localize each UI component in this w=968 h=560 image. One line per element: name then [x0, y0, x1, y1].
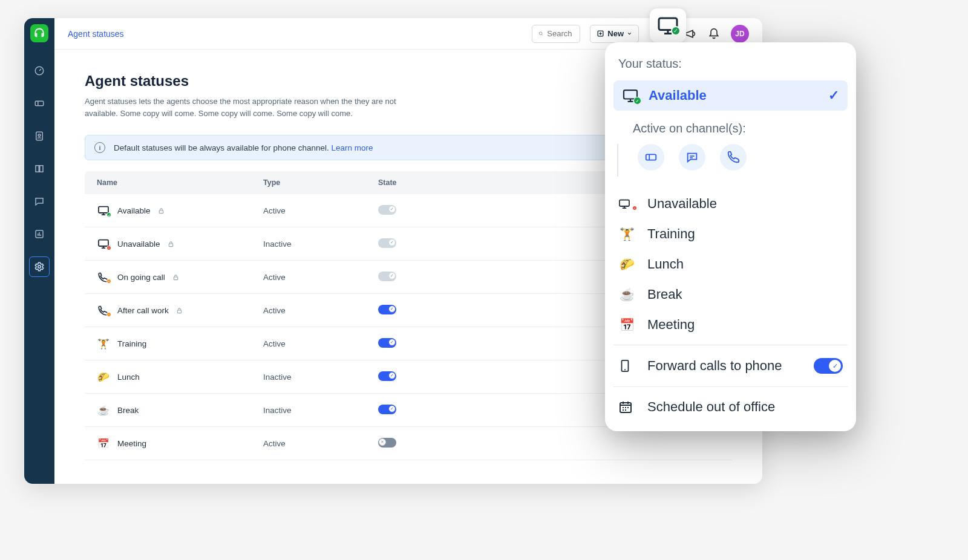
status-type: Active: [263, 273, 378, 282]
svg-rect-17: [620, 200, 629, 206]
state-toggle[interactable]: ✓: [378, 305, 396, 314]
nav-contacts-icon[interactable]: [29, 126, 50, 146]
status-option-icon: 🏋️: [618, 227, 635, 241]
state-toggle[interactable]: ✓: [378, 338, 396, 348]
state-toggle[interactable]: ✕: [378, 438, 396, 448]
status-option[interactable]: ☕ Break: [613, 279, 848, 310]
new-button[interactable]: New: [590, 25, 639, 43]
search-field[interactable]: [547, 29, 574, 38]
nav-dashboard-icon[interactable]: [29, 60, 50, 81]
new-button-label: New: [607, 29, 624, 38]
channel-chat-icon[interactable]: [679, 144, 705, 171]
status-type: Active: [263, 439, 378, 448]
popup-title: Your status:: [613, 57, 848, 71]
svg-rect-10: [99, 240, 108, 246]
status-option-label: Unavailable: [647, 196, 717, 212]
state-toggle[interactable]: ✓: [378, 405, 396, 414]
status-icon: ✓: [97, 204, 110, 217]
status-name: Unavailable: [117, 239, 160, 249]
state-toggle[interactable]: ✓: [378, 371, 396, 381]
status-popup: Your status: ✓ Available ✓ Active on cha…: [605, 42, 856, 431]
calendar-icon: [618, 400, 635, 414]
current-status-label: Available: [649, 88, 707, 103]
status-option-label: Lunch: [647, 256, 684, 272]
status-name: Lunch: [117, 373, 140, 382]
brand-logo: [30, 24, 48, 42]
status-option[interactable]: • Unavailable: [613, 189, 848, 219]
status-icon: 🏋️: [97, 337, 110, 350]
search-input[interactable]: [532, 25, 580, 43]
page-description: Agent statuses lets the agents choose th…: [85, 96, 424, 119]
svg-rect-9: [159, 210, 163, 213]
svg-rect-1: [35, 101, 44, 106]
status-name: On going call: [117, 273, 165, 282]
status-option[interactable]: 🌮 Lunch: [613, 249, 848, 279]
status-icon: •: [97, 237, 110, 250]
lock-icon: [168, 241, 174, 247]
status-type: Active: [263, 306, 378, 315]
nav-chat-icon[interactable]: [29, 191, 50, 212]
table-row[interactable]: 📅 Meeting Active ✕: [85, 427, 732, 460]
status-type: Active: [263, 339, 378, 348]
status-option-label: Meeting: [647, 317, 695, 333]
status-name: Training: [117, 339, 146, 348]
state-toggle[interactable]: ✓: [378, 205, 396, 215]
svg-point-3: [38, 134, 41, 137]
lock-icon: [172, 274, 179, 281]
status-option-icon: ☕: [618, 287, 635, 302]
nav-knowledge-icon[interactable]: [29, 158, 50, 179]
channel-phone-icon[interactable]: [720, 144, 747, 171]
status-option[interactable]: 🏋️ Training: [613, 219, 848, 249]
state-toggle[interactable]: ✓: [378, 238, 396, 248]
status-option[interactable]: 📅 Meeting: [613, 310, 848, 340]
status-option-icon: 🌮: [618, 257, 635, 272]
info-icon: i: [94, 142, 105, 153]
status-option-label: Training: [647, 226, 695, 242]
learn-more-link[interactable]: Learn more: [331, 143, 373, 152]
status-option-label: Break: [647, 287, 682, 302]
schedule-ooo-row[interactable]: Schedule out of office: [613, 392, 848, 422]
phone-device-icon: [618, 357, 635, 374]
col-name: Name: [97, 178, 263, 187]
info-banner-text: Default statuses will be always availabl…: [114, 143, 373, 152]
channels-label: Active on channel(s):: [613, 122, 848, 135]
schedule-ooo-label: Schedule out of office: [647, 399, 775, 415]
status-icon: ☕: [97, 403, 110, 417]
status-name: Break: [117, 406, 139, 415]
status-indicator-button[interactable]: ✓: [650, 8, 686, 42]
status-icon: 📅: [97, 437, 110, 450]
svg-rect-16: [646, 154, 656, 160]
status-icon: 🌮: [97, 370, 110, 383]
svg-rect-8: [99, 207, 108, 213]
state-toggle[interactable]: ✓: [378, 272, 396, 281]
forward-calls-toggle[interactable]: ✓: [814, 358, 843, 374]
current-status-row[interactable]: ✓ Available ✓: [613, 80, 848, 111]
nav-reports-icon[interactable]: [29, 224, 50, 244]
col-type: Type: [263, 178, 378, 187]
avatar[interactable]: JD: [731, 25, 749, 43]
breadcrumb[interactable]: Agent statuses: [68, 29, 124, 39]
forward-calls-row[interactable]: Forward calls to phone ✓: [613, 350, 848, 382]
status-type: Inactive: [263, 239, 378, 249]
check-icon: ✓: [828, 88, 839, 103]
status-icon: •: [97, 304, 110, 317]
lock-icon: [176, 307, 183, 314]
nav-settings-icon[interactable]: [29, 256, 50, 277]
status-available-dot: ✓: [671, 26, 681, 36]
svg-point-5: [38, 265, 41, 269]
svg-rect-11: [169, 244, 172, 247]
channel-ticket-icon[interactable]: [638, 144, 664, 171]
status-name: Available: [117, 206, 151, 215]
monitor-available-icon: ✓: [622, 89, 639, 102]
lock-icon: [158, 207, 165, 214]
sidebar: [24, 18, 54, 484]
notifications-icon[interactable]: [707, 27, 721, 41]
status-type: Active: [263, 206, 378, 215]
nav-tickets-icon[interactable]: [29, 93, 50, 114]
status-name: Meeting: [117, 439, 146, 448]
svg-rect-12: [174, 277, 177, 280]
svg-rect-13: [177, 310, 181, 313]
status-icon: •: [97, 270, 110, 284]
status-type: Inactive: [263, 373, 378, 382]
forward-calls-label: Forward calls to phone: [647, 358, 782, 374]
